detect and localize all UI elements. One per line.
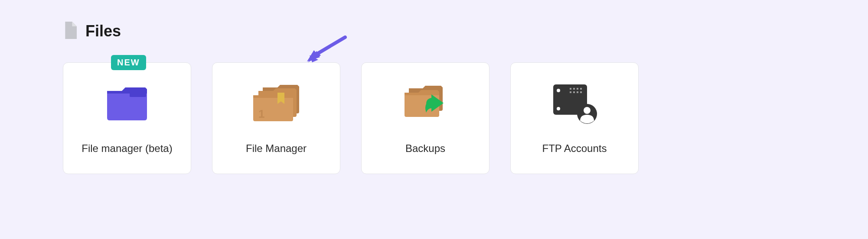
folder-brown-icon: 1: [252, 82, 300, 125]
card-backups[interactable]: Backups: [361, 62, 489, 174]
card-label: File manager (beta): [82, 142, 172, 155]
ftp-accounts-icon: [551, 82, 598, 125]
svg-rect-12: [573, 91, 575, 93]
svg-point-5: [557, 107, 560, 110]
svg-marker-17: [308, 51, 321, 62]
card-file-manager[interactable]: 1 File Manager: [212, 62, 340, 174]
card-file-manager-beta[interactable]: NEW File manager (beta): [63, 62, 191, 174]
cards-container: NEW File manager (beta) 1 File Manager: [63, 62, 805, 174]
folder-backup-icon: [403, 82, 448, 125]
folder-purple-icon: [105, 82, 149, 125]
svg-rect-11: [570, 91, 571, 93]
svg-rect-0: [130, 91, 146, 97]
section-header: Files: [63, 22, 805, 41]
section-title: Files: [85, 22, 121, 40]
svg-rect-14: [580, 91, 582, 93]
svg-text:1: 1: [258, 107, 264, 120]
card-label: FTP Accounts: [542, 142, 607, 155]
card-label: Backups: [405, 142, 445, 155]
svg-rect-8: [573, 88, 575, 90]
svg-point-4: [557, 89, 560, 92]
card-label: File Manager: [246, 142, 307, 155]
svg-point-16: [584, 107, 591, 114]
card-ftp-accounts[interactable]: FTP Accounts: [510, 62, 639, 174]
svg-rect-9: [577, 88, 578, 90]
svg-rect-10: [580, 88, 582, 90]
svg-marker-18: [307, 50, 320, 61]
file-icon: [63, 22, 77, 41]
svg-rect-13: [577, 91, 578, 93]
svg-rect-7: [570, 88, 571, 90]
new-badge: NEW: [111, 55, 146, 70]
